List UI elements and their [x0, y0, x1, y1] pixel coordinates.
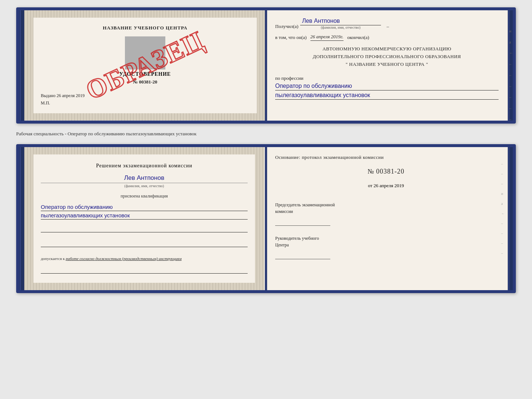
bottom-certificate: Решением экзаменационной комиссии Лев Ан…	[16, 144, 516, 293]
bottom-person-name: Лев Антпонов	[41, 174, 248, 182]
bottom-fio-label: (фамилия, имя, отчество)	[41, 183, 248, 188]
head-label: Руководитель учебного Центра	[275, 235, 497, 248]
profession-line1: Оператор по обслуживанию	[275, 83, 499, 90]
side-mark6: –	[509, 84, 513, 88]
profession-line2: пылегазоулавливающих установок	[275, 92, 499, 100]
допускается-value: работе согласно должностным (производств…	[66, 256, 181, 261]
head-signature-line	[275, 250, 330, 259]
side-mark-b9: –	[501, 241, 505, 245]
chairman-label: Председатель экзаменационной комиссии	[275, 202, 497, 215]
dash-right: –	[387, 24, 389, 29]
completed-word: окончил(а)	[347, 35, 369, 40]
completed-label: в том, что он(а)	[275, 35, 307, 40]
osnование-section: Основание: протокол экзаменационной коми…	[275, 154, 497, 160]
side-mark7: –	[509, 95, 513, 99]
left-page-top: НАЗВАНИЕ УЧЕБНОГО ЦЕНТРА УДОСТОВЕРЕНИЕ №…	[24, 10, 266, 121]
org-line3: " НАЗВАНИЕ УЧЕБНОГО ЦЕНТРА "	[275, 61, 499, 68]
chairman-line2: комиссии	[275, 209, 293, 214]
side-marks-bottom: – – – и а ← – – – –	[501, 162, 505, 255]
side-mark9: –	[509, 117, 513, 121]
right-page-top: Получил(а) Лев Антпонов (фамилия, имя, о…	[266, 10, 508, 121]
side-mark1: и	[509, 29, 513, 33]
head-line2: Центра	[275, 242, 289, 247]
side-mark-b4: и	[501, 192, 505, 196]
completion-date: 26 апреля 2019г.	[310, 34, 344, 41]
cert-number: № 00381-20	[119, 79, 171, 85]
protocol-date: от 26 апреля 2019	[275, 183, 497, 189]
left-page-inner-top: НАЗВАНИЕ УЧЕБНОГО ЦЕНТРА УДОСТОВЕРЕНИЕ №…	[33, 18, 257, 113]
right-top-content: Получил(а) Лев Антпонов (фамилия, имя, о…	[275, 18, 499, 100]
side-marks-top: и а ← – – – – – –	[509, 29, 513, 121]
chairman-line1: Председатель экзаменационной	[275, 202, 335, 207]
center-spine-bottom	[265, 147, 267, 290]
recipient-line: Получил(а) Лев Антпонов (фамилия, имя, о…	[275, 18, 499, 29]
protocol-number: № 00381-20	[275, 168, 497, 175]
left-binding	[19, 10, 24, 121]
side-mark3: ←	[509, 51, 513, 55]
recipient-name: Лев Антпонов	[300, 18, 381, 25]
org-block: АВТОНОМНУЮ НЕКОММЕРЧЕСКУЮ ОРГАНИЗАЦИЮ ДО…	[275, 45, 499, 68]
blank-line-2	[41, 240, 248, 247]
bottom-right-page: Основание: протокол экзаменационной коми…	[264, 147, 508, 290]
decision-name-block: Лев Антпонов (фамилия, имя, отчество)	[41, 173, 248, 188]
side-mark-b2: –	[501, 172, 505, 176]
допускается-label: допускается к	[41, 256, 65, 261]
qualification-assigned-label: присвоена квалификация	[41, 193, 248, 199]
head-line1: Руководитель учебного	[275, 236, 319, 241]
school-name-top: НАЗВАНИЕ УЧЕБНОГО ЦЕНТРА	[103, 25, 188, 31]
top-certificate: НАЗВАНИЕ УЧЕБНОГО ЦЕНТРА УДОСТОВЕРЕНИЕ №…	[16, 7, 516, 124]
decision-header: Решением экзаменационной комиссии	[41, 162, 248, 170]
spacing-text: Рабочая специальность - Оператор по обсл…	[16, 129, 516, 139]
side-mark-b7: –	[501, 221, 505, 225]
qualification-block: Оператор по обслуживанию пылегазоулавлив…	[41, 203, 248, 220]
photo-placeholder	[125, 36, 165, 70]
issued-date-block: Выдано 26 апреля 2019	[41, 93, 249, 99]
protocol-date-value: 26 апреля 2019	[374, 183, 404, 188]
head-block: Руководитель учебного Центра	[275, 235, 497, 259]
bottom-left-inner: Решением экзаменационной комиссии Лев Ан…	[33, 154, 255, 283]
side-mark-b1: –	[501, 162, 505, 166]
chairman-signature-line	[275, 217, 330, 226]
qualification-line2: пылегазоулавливающих установок	[41, 212, 248, 220]
issued-label: Выдано	[41, 93, 55, 98]
right-binding-bottom	[508, 147, 513, 290]
profession-label: по профессии	[275, 75, 303, 81]
org-line2: ДОПОЛНИТЕЛЬНОГО ПРОФЕССИОНАЛЬНОГО ОБРАЗО…	[275, 53, 499, 61]
side-mark2: а	[509, 40, 513, 44]
qualification-line1: Оператор по обслуживанию	[41, 204, 248, 211]
blank-line-3	[41, 266, 248, 274]
profession-block: по профессии Оператор по обслуживанию пы…	[275, 75, 499, 100]
completion-line: в том, что он(а) 26 апреля 2019г. окончи…	[275, 34, 499, 41]
side-mark5: –	[509, 73, 513, 77]
received-label: Получил(а)	[275, 24, 298, 29]
side-mark4: –	[509, 62, 513, 66]
blank-line-1	[41, 225, 248, 232]
protocol-date-prefix: от	[368, 183, 372, 188]
side-mark-b10: –	[501, 251, 505, 255]
side-mark-b5: а	[501, 202, 505, 206]
document-container: НАЗВАНИЕ УЧЕБНОГО ЦЕНТРА УДОСТОВЕРЕНИЕ №…	[16, 7, 516, 293]
side-mark-b8: –	[501, 231, 505, 235]
mp-line: М.П.	[41, 100, 50, 106]
org-line1: АВТОНОМНУЮ НЕКОММЕРЧЕСКУЮ ОРГАНИЗАЦИЮ	[275, 45, 499, 53]
side-mark-b6: ←	[501, 211, 505, 215]
left-binding-bottom	[19, 147, 24, 290]
side-mark8: –	[509, 106, 513, 110]
chairman-block: Председатель экзаменационной комиссии	[275, 202, 497, 226]
fio-label-top: (фамилия, имя, отчество)	[321, 25, 360, 29]
osnование-label: Основание: протокол экзаменационной коми…	[275, 154, 384, 160]
center-spine	[265, 10, 267, 121]
side-mark-b3: –	[501, 182, 505, 186]
cert-title: УДОСТОВЕРЕНИЕ	[119, 71, 171, 77]
issued-date: 26 апреля 2019	[57, 93, 85, 98]
bottom-left-page: Решением экзаменационной комиссии Лев Ан…	[24, 147, 264, 290]
допускается-block: допускается к работе согласно должностны…	[41, 256, 248, 261]
